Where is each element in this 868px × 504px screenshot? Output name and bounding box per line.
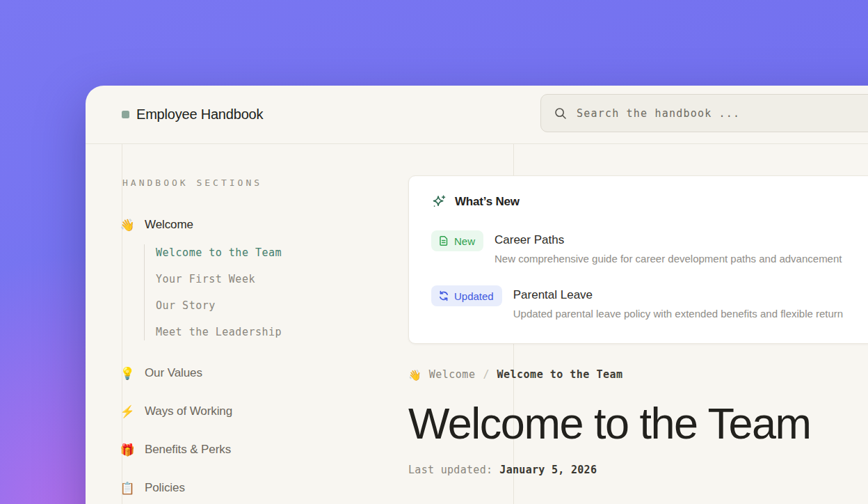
sidebar-subitem-your-first-week[interactable]: Your First Week bbox=[156, 271, 398, 288]
entry-description: New comprehensive guide for career devel… bbox=[495, 251, 842, 266]
brand-logo-icon bbox=[122, 111, 129, 118]
last-updated: Last updated: January 5, 2026 bbox=[408, 464, 868, 476]
entry-text: Career Paths New comprehensive guide for… bbox=[495, 230, 842, 266]
brand-title: Employee Handbook bbox=[136, 107, 263, 123]
page-title: Welcome to the Team bbox=[408, 402, 868, 446]
whats-new-entry-career-paths[interactable]: New Career Paths New comprehensive guide… bbox=[431, 230, 868, 266]
sidebar-item-ways-of-working[interactable]: ⚡ Ways of Working bbox=[120, 402, 398, 421]
sidebar-item-label: Ways of Working bbox=[145, 404, 232, 418]
entry-text: Parental Leave Updated parental leave po… bbox=[513, 285, 843, 321]
sidebar-subitem-meet-the-leadership[interactable]: Meet the Leadership bbox=[156, 324, 398, 340]
sidebar-item-label: Benefits & Perks bbox=[145, 443, 231, 457]
sidebar-subitem-our-story[interactable]: Our Story bbox=[156, 297, 398, 314]
search-icon bbox=[554, 107, 568, 120]
entry-title: Career Paths bbox=[495, 233, 842, 248]
new-badge: New bbox=[431, 230, 483, 251]
sidebar-item-benefits-perks[interactable]: 🎁 Benefits & Perks bbox=[120, 440, 398, 459]
entry-title: Parental Leave bbox=[513, 288, 843, 303]
sidebar: HANDBOOK SECTIONS 👋 Welcome Welcome to t… bbox=[120, 144, 398, 498]
whats-new-card: What’s New New Career Paths New comprehe… bbox=[408, 175, 868, 344]
badge-label: New bbox=[454, 235, 475, 247]
lightbulb-emoji-icon: 💡 bbox=[120, 368, 135, 379]
whats-new-title: What’s New bbox=[455, 195, 520, 209]
entry-description: Updated parental leave policy with exten… bbox=[513, 306, 843, 321]
sidebar-sublist-welcome: Welcome to the Team Your First Week Our … bbox=[144, 244, 398, 340]
search-input[interactable] bbox=[577, 107, 868, 120]
sparkles-icon bbox=[431, 194, 447, 210]
whats-new-header: What’s New bbox=[431, 194, 868, 210]
badge-label: Updated bbox=[454, 290, 494, 302]
breadcrumb-section-link[interactable]: Welcome bbox=[429, 368, 476, 381]
main-content: What’s New New Career Paths New comprehe… bbox=[408, 144, 868, 476]
sidebar-item-policies[interactable]: 📋 Policies bbox=[120, 478, 398, 498]
gift-emoji-icon: 🎁 bbox=[120, 444, 135, 456]
app-header: Employee Handbook bbox=[86, 86, 868, 144]
brand: Employee Handbook bbox=[122, 107, 263, 123]
sidebar-item-welcome[interactable]: 👋 Welcome bbox=[120, 215, 398, 235]
refresh-icon bbox=[438, 290, 449, 301]
wave-emoji-icon: 👋 bbox=[120, 219, 135, 231]
sidebar-section-label: HANDBOOK SECTIONS bbox=[122, 178, 398, 188]
lightning-emoji-icon: ⚡ bbox=[120, 406, 135, 418]
breadcrumb-current-page: Welcome to the Team bbox=[497, 368, 622, 381]
app-window: Employee Handbook HANDBOOK SECTIONS 👋 We… bbox=[86, 86, 868, 504]
whats-new-entry-parental-leave[interactable]: Updated Parental Leave Updated parental … bbox=[431, 285, 868, 321]
sidebar-subitem-welcome-to-the-team[interactable]: Welcome to the Team bbox=[156, 244, 398, 261]
last-updated-label: Last updated: bbox=[408, 464, 492, 476]
search-box[interactable] bbox=[540, 94, 868, 132]
updated-badge: Updated bbox=[431, 285, 502, 306]
breadcrumb: 👋 Welcome / Welcome to the Team bbox=[408, 368, 868, 381]
wave-emoji-icon: 👋 bbox=[408, 370, 421, 380]
clipboard-emoji-icon: 📋 bbox=[120, 482, 135, 494]
sidebar-item-label: Welcome bbox=[145, 218, 193, 232]
breadcrumb-separator: / bbox=[483, 368, 489, 381]
sidebar-item-label: Our Values bbox=[145, 366, 202, 380]
sidebar-item-our-values[interactable]: 💡 Our Values bbox=[120, 363, 398, 383]
document-icon bbox=[438, 235, 449, 246]
sidebar-item-label: Policies bbox=[145, 481, 185, 495]
last-updated-value: January 5, 2026 bbox=[499, 464, 597, 476]
